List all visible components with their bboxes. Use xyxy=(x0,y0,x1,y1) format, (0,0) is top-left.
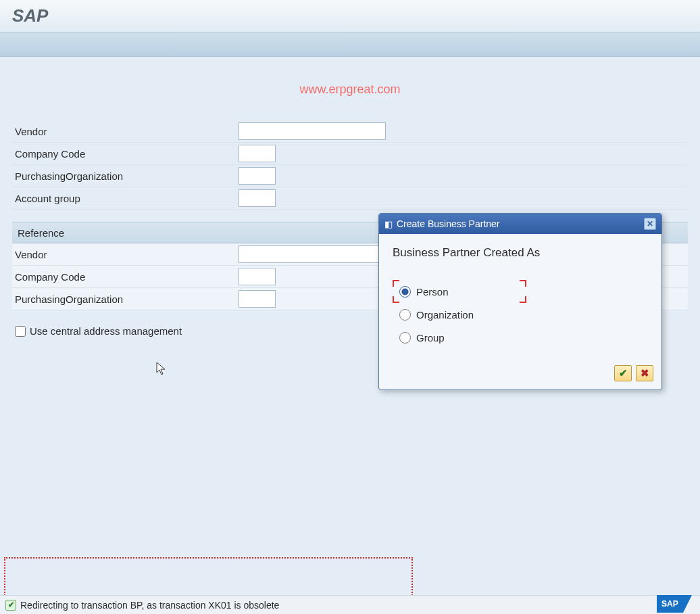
radio-group-row: Group xyxy=(399,326,648,349)
ref-company-code-input[interactable] xyxy=(239,268,276,285)
focus-bracket-icon xyxy=(393,280,399,287)
success-icon: ✔ xyxy=(5,600,16,611)
vendor-row: Vendor xyxy=(12,120,688,143)
company-code-row: Company Code xyxy=(12,143,688,165)
status-message: Redirecting to transaction BP, as transa… xyxy=(20,600,279,611)
account-group-row: Account group xyxy=(12,187,688,210)
company-code-input[interactable] xyxy=(239,145,276,162)
toolbar-strip xyxy=(0,32,700,57)
purch-org-row: PurchasingOrganization xyxy=(12,165,688,187)
bp-type-radio-group: Person Organization Group xyxy=(393,280,648,349)
radio-organization[interactable] xyxy=(399,309,411,321)
dialog-close-button[interactable]: ✕ xyxy=(644,218,656,230)
status-bar: ✔ Redirecting to transaction BP, as tran… xyxy=(0,595,700,614)
radio-person-label: Person xyxy=(416,286,449,298)
focus-bracket-icon xyxy=(393,296,399,303)
dialog-cancel-button[interactable]: ✖ xyxy=(636,365,653,381)
dialog-body: Business Partner Created As Person Organ… xyxy=(379,234,661,358)
dialog-title-text: Create Business Partner xyxy=(397,218,644,229)
radio-person[interactable] xyxy=(399,286,411,298)
company-code-label: Company Code xyxy=(12,148,239,160)
main-form: Vendor Company Code PurchasingOrganizati… xyxy=(12,120,688,210)
central-address-checkbox[interactable] xyxy=(15,326,26,337)
ref-company-code-label: Company Code xyxy=(12,271,239,283)
vendor-label: Vendor xyxy=(12,126,239,137)
focus-bracket-icon xyxy=(520,296,526,303)
watermark-text: www.erpgreat.com xyxy=(12,69,688,120)
vendor-input[interactable] xyxy=(239,122,386,140)
ref-purch-org-label: PurchasingOrganization xyxy=(12,293,239,305)
account-group-label: Account group xyxy=(12,193,239,204)
focus-bracket-icon xyxy=(520,280,526,287)
sap-logo: SAP xyxy=(657,595,692,613)
dialog-ok-button[interactable]: ✔ xyxy=(614,365,632,381)
ref-purch-org-input[interactable] xyxy=(239,290,276,308)
radio-group-label: Group xyxy=(416,332,445,344)
dialog-icon: ◧ xyxy=(384,219,393,229)
svg-text:SAP: SAP xyxy=(661,599,678,609)
create-bp-dialog: ◧ Create Business Partner ✕ Business Par… xyxy=(378,213,662,390)
radio-group[interactable] xyxy=(399,332,411,344)
dialog-button-bar: ✔ ✖ xyxy=(379,358,661,389)
dialog-titlebar[interactable]: ◧ Create Business Partner ✕ xyxy=(379,214,661,234)
account-group-input[interactable] xyxy=(239,189,276,207)
purch-org-input[interactable] xyxy=(239,167,276,185)
ref-vendor-input[interactable] xyxy=(239,245,386,263)
central-address-label: Use central address management xyxy=(30,325,182,337)
radio-organization-label: Organization xyxy=(416,309,474,321)
ref-vendor-label: Vendor xyxy=(12,249,239,260)
header-bar: SAP xyxy=(0,0,700,32)
radio-person-row: Person xyxy=(399,280,648,303)
purch-org-label: PurchasingOrganization xyxy=(12,170,239,182)
app-title: SAP xyxy=(12,5,48,26)
cursor-icon xyxy=(155,361,168,379)
radio-organization-row: Organization xyxy=(399,303,648,326)
dialog-heading: Business Partner Created As xyxy=(393,246,648,260)
